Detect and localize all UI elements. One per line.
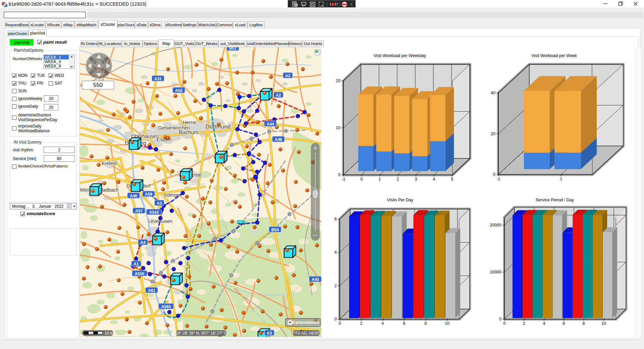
svg-text:A2: A2: [285, 73, 290, 78]
svg-text:2: 2: [360, 321, 363, 326]
svg-text:A3: A3: [157, 201, 162, 206]
svg-text:1: 1: [379, 177, 381, 182]
svg-text:A57: A57: [135, 209, 143, 213]
svg-text:0: 0: [503, 321, 506, 326]
svg-text:PTV AG, HERE: PTV AG, HERE: [292, 331, 320, 336]
svg-text:10: 10: [601, 321, 606, 326]
svg-text:0: 0: [493, 172, 495, 177]
svg-text:4: 4: [334, 250, 337, 255]
svg-text:4: 4: [382, 321, 384, 326]
svg-text:20: 20: [336, 79, 340, 83]
svg-text:6: 6: [334, 217, 337, 221]
svg-text:A46: A46: [130, 194, 137, 198]
svg-text:-1: -1: [496, 177, 500, 181]
svg-text:10000: 10000: [490, 270, 501, 275]
svg-text:20000: 20000: [490, 223, 501, 228]
svg-text:A45: A45: [312, 277, 319, 282]
svg-text:50° 26′ 28″ N, 007° 16′ 27″ O: 50° 26′ 28″ N, 007° 16′ 27″ O: [175, 331, 227, 336]
svg-text:A31: A31: [154, 77, 162, 81]
svg-text:A1: A1: [133, 262, 139, 266]
svg-text:4: 4: [543, 321, 545, 326]
svg-text:10: 10: [445, 321, 449, 326]
svg-text:2: 2: [334, 284, 337, 288]
svg-text:x: x: [332, 3, 333, 6]
svg-text:Herne: Herne: [183, 119, 197, 125]
svg-text:7: 7: [336, 2, 338, 6]
svg-text:A46: A46: [275, 137, 282, 142]
svg-text:A52: A52: [175, 88, 182, 93]
svg-text:A44: A44: [267, 122, 274, 127]
svg-text:Krefeld: Krefeld: [102, 161, 116, 166]
svg-text:0: 0: [339, 321, 341, 326]
svg-text:Solingen: Solingen: [164, 192, 182, 198]
svg-text:Visits Per Day: Visits Per Day: [387, 198, 414, 202]
svg-text:-1: -1: [341, 177, 345, 182]
svg-text:20: 20: [491, 132, 495, 136]
svg-text:0: 0: [334, 317, 337, 321]
svg-text:6: 6: [563, 321, 565, 326]
svg-text:4: 4: [433, 177, 435, 182]
svg-text:40: 40: [491, 91, 495, 95]
svg-text:A565: A565: [161, 304, 171, 309]
svg-text:6: 6: [403, 321, 406, 326]
svg-text:Visit Workload per Week: Visit Workload per Week: [531, 53, 577, 58]
svg-text:Service Period / Day: Service Period / Day: [536, 198, 574, 202]
svg-text:A555: A555: [135, 271, 145, 276]
svg-text:8: 8: [583, 321, 585, 326]
svg-text:Bochum: Bochum: [179, 130, 199, 135]
svg-text:A59: A59: [145, 192, 152, 197]
svg-text:0: 0: [338, 172, 340, 177]
svg-text:3: 3: [415, 177, 417, 182]
svg-text:10 km: 10 km: [105, 331, 116, 336]
svg-text:2: 2: [523, 321, 525, 326]
svg-text:A3: A3: [267, 331, 272, 336]
svg-text:5: 5: [451, 177, 453, 182]
svg-text:A2: A2: [276, 93, 281, 98]
svg-text:8: 8: [425, 321, 427, 326]
svg-text:Visit Workload per Weekday: Visit Workload per Weekday: [374, 53, 426, 58]
svg-text:B51: B51: [229, 47, 236, 51]
svg-text:A4: A4: [140, 240, 146, 245]
svg-text:Kartenebenen: Kartenebenen: [292, 320, 319, 325]
svg-text:550: 550: [93, 82, 103, 88]
svg-text:A542: A542: [149, 210, 159, 215]
svg-text:2: 2: [397, 177, 399, 182]
svg-text:A61: A61: [148, 288, 155, 293]
svg-text:B54: B54: [271, 228, 279, 232]
svg-text:0: 0: [499, 317, 501, 321]
svg-text:10: 10: [336, 126, 340, 130]
svg-text:1: 1: [560, 177, 562, 181]
svg-text:0: 0: [361, 177, 363, 182]
